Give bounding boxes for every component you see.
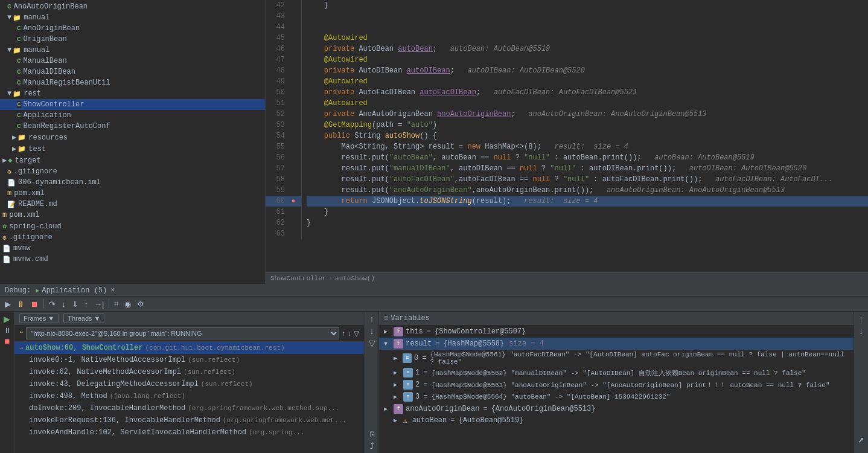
var-icon-autobean-warn: ⚠ [403, 417, 407, 425]
tree-item-iml[interactable]: 📄 006-dynamicbean.iml [0, 177, 265, 188]
code-line-47: @Autowired [307, 54, 868, 65]
var-autobean[interactable]: ▶ ⚠ autoBean = {AutoBean@5519} [379, 415, 854, 426]
line-gutter: 42 43 44 45 46 [266, 0, 302, 239]
tree-item-manualregistbeanutil[interactable]: C ManualRegistBeanUtil [0, 77, 265, 88]
var-this[interactable]: ▶ f this = {ShowController@5507} [379, 326, 854, 338]
pause-btn[interactable]: ⏸ [14, 298, 27, 310]
tree-item-resources[interactable]: ▶ 📁 resources [0, 132, 265, 143]
tree-item-anaautooriginbean[interactable]: C AnoAutoOriginBean [0, 1, 265, 12]
var-val-2: {HashMap$Node@5563} "anoAutoOriginBean" … [431, 381, 829, 390]
mute-btn[interactable]: ◉ [122, 298, 133, 310]
tree-item-originbean[interactable]: C OriginBean [0, 34, 265, 45]
tree-item-pom2[interactable]: m pom.xml [0, 210, 265, 220]
collapse-vars-btn[interactable]: ↓ [859, 326, 863, 336]
frames-btn[interactable]: Frames ▼ [19, 313, 59, 323]
tree-item-label: ManualDIBean [24, 68, 75, 76]
tree-item-readme[interactable]: 📝 README.md [0, 199, 265, 210]
frame-item-5[interactable]: doInvoke:209, InvocableHandlerMethod (or… [14, 402, 364, 414]
resume-side-btn[interactable]: ▶ [2, 313, 11, 325]
frame-item-2[interactable]: invoke:62, NativeMethodAccessorImpl (sun… [14, 366, 364, 378]
tree-item-label: mvnw.cmd [13, 255, 48, 263]
var-expand-0[interactable]: ▶ [394, 355, 400, 362]
tree-item-manual1[interactable]: ▼ 📁 manual [0, 12, 265, 23]
frame-item-0[interactable]: → autoShow:60, ShowController (com.git.h… [14, 342, 364, 354]
tree-item-showcontroller[interactable]: C ShowController [0, 99, 265, 110]
var-result-1[interactable]: ▶ ≡ 1 = {HashMap$Node@5562} "manualDIBea… [379, 367, 854, 379]
force-step-into-btn[interactable]: ⇓ [69, 298, 81, 310]
var-expand-this[interactable]: ▶ [384, 328, 391, 335]
thread-dropdown[interactable]: "http-nio-8080-exec-2"@5,160 in group "m… [26, 327, 339, 339]
frame-item-7[interactable]: invokeAndHandle:102, ServletInvocableHan… [14, 426, 364, 439]
line-58: 58 [266, 174, 301, 185]
copy-frames-btn[interactable]: ⎘ [370, 430, 374, 439]
frame-pkg-4: (java.lang.reflect) [110, 393, 185, 400]
tree-item-manualbean[interactable]: C ManualBean [0, 56, 265, 66]
toolbar-sep2 [109, 299, 109, 309]
line-num-45: 45 [266, 33, 287, 43]
collapse-frames-btn[interactable]: ↓ [370, 326, 374, 336]
settings-btn[interactable]: ⚙ [135, 298, 147, 310]
step-over-btn[interactable]: ↷ [46, 298, 58, 310]
var-expand-2[interactable]: ▶ [394, 381, 401, 388]
tree-item-mvnw[interactable]: 📄 mvnw [0, 243, 265, 254]
export-frames-btn[interactable]: ⤴ [370, 441, 374, 451]
tree-item-manual2[interactable]: ▼ 📁 manual [0, 45, 265, 56]
folder-icon5: 📁 [18, 145, 26, 153]
tree-item-gitignore2[interactable]: ⚙ .gitignore [0, 232, 265, 243]
filter-frames-btn[interactable]: ▽ [369, 338, 375, 348]
tree-item-mvnw-cmd[interactable]: 📄 mvnw.cmd [0, 254, 265, 265]
tree-item-spring-cloud[interactable]: ✿ spring-cloud [0, 220, 265, 232]
tree-item-beanregisterautoconf[interactable]: C BeanRegisterAutoConf [0, 121, 265, 132]
folder-icon4: 📁 [18, 133, 26, 141]
tree-item-application[interactable]: C Application [0, 110, 265, 121]
evaluate-btn[interactable]: ⌗ [112, 298, 121, 310]
var-icon-0: ≡ [403, 353, 412, 363]
tree-item-anooriginbean[interactable]: C AnoOriginBean [0, 23, 265, 34]
tree-item-label: spring-cloud [9, 222, 61, 231]
tree-item-pom1[interactable]: m pom.xml [0, 188, 265, 199]
tree-item-label: rest [24, 89, 41, 98]
tree-item-label: ManualBean [24, 57, 67, 65]
frame-item-6[interactable]: invokeForRequest:136, InvocableHandlerMe… [14, 414, 364, 426]
resume-btn[interactable]: ▶ [2, 298, 13, 310]
stop-btn[interactable]: ⏹ [28, 298, 41, 310]
thread-down-btn[interactable]: ↓ [348, 329, 351, 338]
thread-filter-btn[interactable]: ▽ [354, 329, 359, 338]
frame-item-1[interactable]: invoke0:-1, NativeMethodAccessorImpl (su… [14, 354, 364, 366]
tree-item-manualdibean[interactable]: C ManualDIBean [0, 66, 265, 77]
line-42: 42 [266, 0, 301, 11]
var-expand-result[interactable]: ▼ [384, 341, 391, 347]
tree-item-gitignore1[interactable]: ⚙ .gitignore [0, 166, 265, 177]
var-result-0[interactable]: ▶ ≡ 0 = {HashMap$Node@5561} "autoFacDIBe… [379, 350, 854, 367]
thread-up-btn[interactable]: ↑ [342, 329, 345, 338]
var-result[interactable]: ▼ f result = {HashMap@5558} size = 4 [379, 338, 854, 350]
step-out-btn[interactable]: ↑ [82, 298, 91, 310]
var-anoautooriginbean[interactable]: ▶ f anoAutoOriginBean = {AnoAutoOriginBe… [379, 403, 854, 415]
restore-vars-btn[interactable]: ↑ [859, 314, 863, 324]
tree-item-label: .gitignore [9, 233, 53, 242]
code-line-54: public String autoShow() { [307, 130, 868, 141]
var-expand-ano[interactable]: ▶ [384, 405, 391, 413]
var-expand-3[interactable]: ▶ [394, 393, 401, 400]
tree-item-test[interactable]: ▶ 📁 test [0, 143, 265, 155]
restore-frames-btn[interactable]: ↑ [370, 314, 374, 324]
run-to-cursor-btn[interactable]: →| [92, 298, 106, 310]
var-result-2[interactable]: ▶ ≡ 2 = {HashMap$Node@5563} "anoAutoOrig… [379, 379, 854, 391]
tree-item-target[interactable]: ▶ ◆ target [0, 155, 265, 166]
folder-icon2: 📁 [13, 47, 21, 54]
var-result-3[interactable]: ▶ ≡ 3 = {HashMap$Node@5564} "autoBean" -… [379, 391, 854, 403]
tree-item-rest[interactable]: ▼ 📁 rest [0, 88, 265, 99]
debug-app-tab[interactable]: ▶ Application (5) × [36, 286, 115, 295]
debug-panel: Debug: ▶ Application (5) × ▶ ⏸ ⏹ ↷ ↓ ⇓ ↑… [0, 284, 868, 453]
frame-item-3[interactable]: invoke:43, DelegatingMethodAccessorImpl … [14, 378, 364, 390]
pause-side-btn[interactable]: ⏸ [2, 325, 12, 336]
step-into-btn[interactable]: ↓ [59, 298, 68, 310]
frame-item-4[interactable]: invoke:498, Method (java.lang.reflect) [14, 390, 364, 402]
var-expand-autobean[interactable]: ▶ [394, 417, 401, 424]
stop-side-btn[interactable]: ⏹ [2, 336, 12, 347]
line-num-49: 49 [266, 76, 287, 87]
var-expand-1[interactable]: ▶ [394, 369, 401, 376]
class-icon: C [17, 112, 21, 119]
debug-close-btn[interactable]: × [110, 286, 115, 295]
threads-btn[interactable]: Threads ▼ [63, 313, 104, 323]
